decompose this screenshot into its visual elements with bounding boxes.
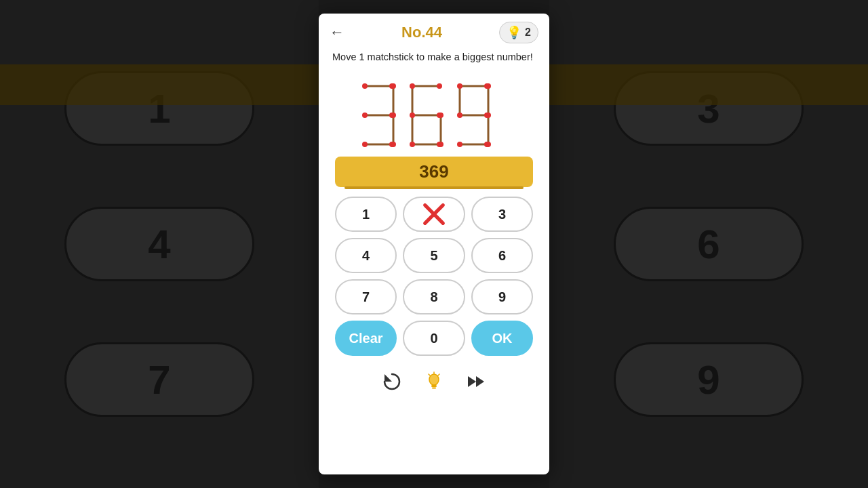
key-4[interactable]: 4	[335, 238, 397, 273]
hint-badge[interactable]: 💡 2	[499, 22, 538, 43]
svg-point-7	[362, 113, 368, 118]
back-button[interactable]: ←	[330, 24, 344, 41]
keypad-row-4: Clear 0 OK	[335, 321, 533, 356]
key-0[interactable]: 0	[403, 321, 465, 356]
hint-button[interactable]	[423, 371, 445, 397]
svg-point-41	[486, 113, 491, 118]
svg-point-20	[410, 83, 415, 89]
hint-icon: 💡	[507, 25, 521, 40]
red-x-icon	[404, 198, 463, 230]
svg-line-43	[425, 205, 443, 224]
ok-button[interactable]: OK	[471, 321, 533, 356]
key-8[interactable]: 8	[403, 279, 465, 314]
hint-count: 2	[525, 26, 531, 39]
matchstick-display	[319, 71, 549, 157]
screen-wrapper: 1 4 7 3 6 9 ← No.44 💡 2 Move 1 matchstic…	[0, 0, 868, 488]
refresh-button[interactable]	[381, 371, 403, 397]
skip-button[interactable]	[465, 371, 487, 397]
instruction-text: Move 1 matchstick to make a biggest numb…	[319, 47, 549, 71]
key-3[interactable]: 3	[471, 197, 533, 232]
svg-point-36	[457, 113, 462, 118]
svg-point-22	[410, 113, 415, 118]
keypad-row-1: 1 3	[335, 197, 533, 232]
key-delete[interactable]	[403, 197, 465, 232]
svg-point-21	[437, 83, 442, 89]
svg-point-38	[457, 142, 462, 147]
svg-line-50	[438, 374, 439, 375]
bottom-icons	[381, 371, 487, 397]
keypad: 1 3 4 5 6 7	[335, 197, 533, 356]
keypad-row-3: 7 8 9	[335, 279, 533, 314]
svg-rect-47	[431, 385, 437, 387]
svg-marker-45	[384, 374, 392, 382]
svg-point-24	[410, 142, 415, 147]
svg-marker-53	[476, 376, 484, 387]
answer-bar: 369	[335, 157, 533, 187]
svg-point-27	[438, 142, 443, 147]
svg-point-46	[429, 374, 439, 385]
key-6[interactable]: 6	[471, 238, 533, 273]
clear-button[interactable]: Clear	[335, 321, 397, 356]
svg-point-12	[391, 113, 396, 118]
puzzle-title: No.44	[401, 24, 442, 41]
main-panel: ← No.44 💡 2 Move 1 matchstick to make a …	[319, 14, 549, 474]
svg-point-34	[457, 83, 462, 89]
svg-point-5	[362, 83, 368, 89]
svg-marker-52	[468, 376, 476, 387]
svg-line-44	[425, 205, 443, 224]
matchstick-svg	[353, 78, 515, 152]
svg-point-40	[486, 83, 491, 89]
key-1[interactable]: 1	[335, 197, 397, 232]
svg-point-9	[362, 142, 368, 147]
header: ← No.44 💡 2	[319, 14, 549, 47]
svg-rect-48	[432, 388, 436, 389]
key-9[interactable]: 9	[471, 279, 533, 314]
bg-overlay-left	[0, 0, 319, 488]
key-7[interactable]: 7	[335, 279, 397, 314]
svg-point-42	[486, 142, 491, 147]
svg-point-11	[391, 83, 396, 89]
keypad-row-2: 4 5 6	[335, 238, 533, 273]
bg-overlay-right	[549, 0, 868, 488]
svg-point-26	[438, 113, 443, 118]
svg-point-13	[391, 142, 396, 147]
svg-line-51	[429, 374, 430, 375]
key-5[interactable]: 5	[403, 238, 465, 273]
